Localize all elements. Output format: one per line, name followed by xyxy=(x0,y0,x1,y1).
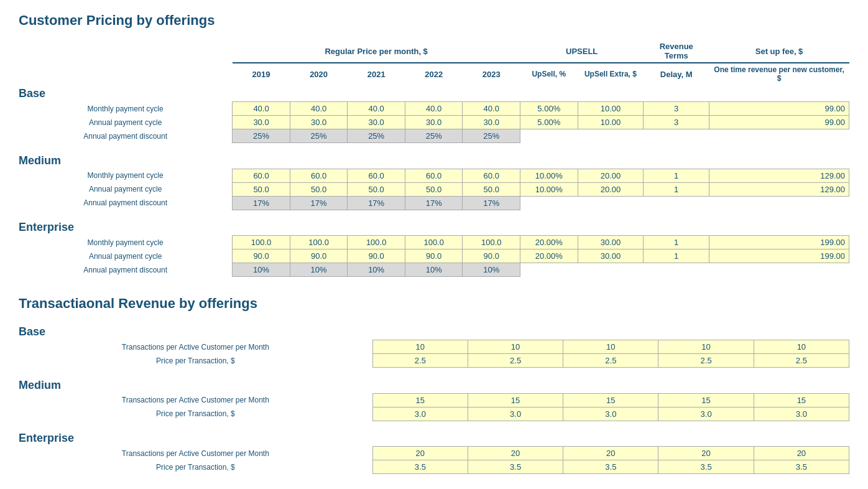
setup-annual[interactable]: 129.00 xyxy=(709,182,849,196)
delay-annual[interactable]: 1 xyxy=(644,182,709,196)
delay-monthly[interactable]: 1 xyxy=(644,236,709,249)
discount-value[interactable]: 25% xyxy=(463,129,520,143)
delay-monthly[interactable]: 1 xyxy=(644,169,709,182)
transactions-value[interactable]: 15 xyxy=(754,393,849,407)
upsell-extra-annual[interactable]: 20.00 xyxy=(578,182,644,196)
discount-value[interactable]: 10% xyxy=(405,263,463,277)
annual-value[interactable]: 90.0 xyxy=(405,249,463,263)
annual-value[interactable]: 90.0 xyxy=(233,249,290,263)
annual-value[interactable]: 50.0 xyxy=(348,182,405,196)
transactions-value[interactable]: 20 xyxy=(754,447,849,460)
annual-value[interactable]: 30.0 xyxy=(233,116,290,129)
annual-value[interactable]: 50.0 xyxy=(405,182,463,196)
annual-value[interactable]: 90.0 xyxy=(463,249,520,263)
monthly-value[interactable]: 60.0 xyxy=(290,169,348,182)
discount-value[interactable]: 17% xyxy=(348,196,405,210)
monthly-value[interactable]: 60.0 xyxy=(348,169,405,182)
discount-value[interactable]: 25% xyxy=(290,129,348,143)
upsell-pct-annual[interactable]: 10.00% xyxy=(520,182,578,196)
upsell-pct-monthly[interactable]: 5.00% xyxy=(520,102,578,116)
annual-value[interactable]: 50.0 xyxy=(290,182,348,196)
monthly-value[interactable]: 100.0 xyxy=(463,236,520,249)
delay-monthly[interactable]: 3 xyxy=(644,102,709,116)
upsell-pct-annual[interactable]: 5.00% xyxy=(520,116,578,129)
transactions-value[interactable]: 10 xyxy=(372,340,468,354)
monthly-value[interactable]: 40.0 xyxy=(405,102,463,116)
upsell-extra-monthly[interactable]: 20.00 xyxy=(578,169,644,182)
transactions-value[interactable]: 20 xyxy=(658,447,754,460)
monthly-value[interactable]: 40.0 xyxy=(290,102,348,116)
upsell-pct-annual[interactable]: 20.00% xyxy=(520,249,578,263)
upsell-extra-monthly[interactable]: 10.00 xyxy=(578,102,644,116)
discount-value[interactable]: 17% xyxy=(290,196,348,210)
price-value[interactable]: 3.0 xyxy=(563,407,658,421)
monthly-value[interactable]: 100.0 xyxy=(405,236,463,249)
upsell-pct-monthly[interactable]: 10.00% xyxy=(520,169,578,182)
discount-value[interactable]: 17% xyxy=(405,196,463,210)
discount-value[interactable]: 17% xyxy=(233,196,290,210)
price-value[interactable]: 3.0 xyxy=(658,407,754,421)
discount-value[interactable]: 17% xyxy=(463,196,520,210)
annual-value[interactable]: 90.0 xyxy=(290,249,348,263)
upsell-extra-annual[interactable]: 10.00 xyxy=(578,116,644,129)
price-value[interactable]: 3.5 xyxy=(468,460,563,474)
setup-annual[interactable]: 99.00 xyxy=(709,116,849,129)
price-value[interactable]: 2.5 xyxy=(658,354,754,368)
price-value[interactable]: 2.5 xyxy=(563,354,658,368)
price-value[interactable]: 3.0 xyxy=(754,407,849,421)
transactions-value[interactable]: 15 xyxy=(372,393,468,407)
monthly-value[interactable]: 40.0 xyxy=(233,102,290,116)
price-value[interactable]: 2.5 xyxy=(754,354,849,368)
monthly-value[interactable]: 40.0 xyxy=(348,102,405,116)
annual-value[interactable]: 50.0 xyxy=(463,182,520,196)
annual-value[interactable]: 30.0 xyxy=(463,116,520,129)
transactions-value[interactable]: 15 xyxy=(468,393,563,407)
setup-monthly[interactable]: 199.00 xyxy=(709,236,849,249)
year-2019: 2019 xyxy=(233,63,290,85)
discount-value[interactable]: 10% xyxy=(348,263,405,277)
monthly-value[interactable]: 60.0 xyxy=(463,169,520,182)
transactions-value[interactable]: 15 xyxy=(658,393,754,407)
upsell-pct-monthly[interactable]: 20.00% xyxy=(520,236,578,249)
price-value[interactable]: 3.5 xyxy=(754,460,849,474)
transactions-value[interactable]: 20 xyxy=(372,447,468,460)
monthly-value[interactable]: 100.0 xyxy=(233,236,290,249)
discount-value[interactable]: 25% xyxy=(405,129,463,143)
upsell-extra-monthly[interactable]: 30.00 xyxy=(578,236,644,249)
transactions-value[interactable]: 20 xyxy=(563,447,658,460)
annual-value[interactable]: 30.0 xyxy=(405,116,463,129)
setup-annual[interactable]: 199.00 xyxy=(709,249,849,263)
discount-value[interactable]: 10% xyxy=(233,263,290,277)
price-value[interactable]: 3.5 xyxy=(563,460,658,474)
transactions-value[interactable]: 10 xyxy=(468,340,563,354)
price-value[interactable]: 3.0 xyxy=(468,407,563,421)
transactions-value[interactable]: 15 xyxy=(563,393,658,407)
price-value[interactable]: 2.5 xyxy=(372,354,468,368)
discount-value[interactable]: 25% xyxy=(233,129,290,143)
annual-value[interactable]: 50.0 xyxy=(233,182,290,196)
transactions-value[interactable]: 10 xyxy=(563,340,658,354)
discount-value[interactable]: 10% xyxy=(463,263,520,277)
delay-annual[interactable]: 1 xyxy=(644,249,709,263)
transactions-value[interactable]: 10 xyxy=(754,340,849,354)
discount-value[interactable]: 25% xyxy=(348,129,405,143)
monthly-value[interactable]: 100.0 xyxy=(290,236,348,249)
price-value[interactable]: 3.5 xyxy=(372,460,468,474)
price-value[interactable]: 3.0 xyxy=(372,407,468,421)
discount-value[interactable]: 10% xyxy=(290,263,348,277)
monthly-value[interactable]: 40.0 xyxy=(463,102,520,116)
setup-monthly[interactable]: 129.00 xyxy=(709,169,849,182)
monthly-value[interactable]: 60.0 xyxy=(405,169,463,182)
price-value[interactable]: 3.5 xyxy=(658,460,754,474)
setup-monthly[interactable]: 99.00 xyxy=(709,102,849,116)
monthly-value[interactable]: 100.0 xyxy=(348,236,405,249)
monthly-value[interactable]: 60.0 xyxy=(233,169,290,182)
annual-value[interactable]: 30.0 xyxy=(348,116,405,129)
price-value[interactable]: 2.5 xyxy=(468,354,563,368)
annual-value[interactable]: 30.0 xyxy=(290,116,348,129)
transactions-value[interactable]: 20 xyxy=(468,447,563,460)
annual-value[interactable]: 90.0 xyxy=(348,249,405,263)
upsell-extra-annual[interactable]: 30.00 xyxy=(578,249,644,263)
transactions-value[interactable]: 10 xyxy=(658,340,754,354)
delay-annual[interactable]: 3 xyxy=(644,116,709,129)
